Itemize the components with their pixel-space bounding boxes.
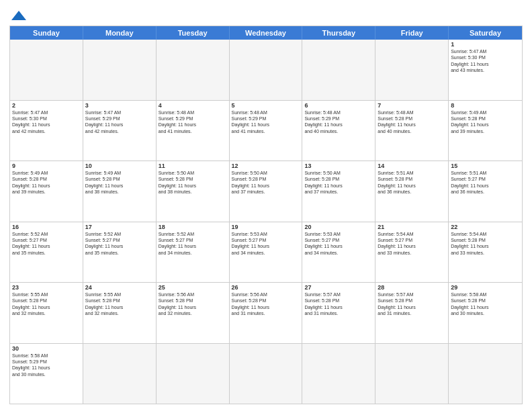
cell-content: Sunrise: 5:57 AM Sunset: 5:28 PM Dayligh… [304,291,373,317]
day-header-tuesday: Tuesday [157,26,230,40]
calendar: SundayMondayTuesdayWednesdayThursdayFrid… [9,26,523,404]
cell-content: Sunrise: 5:52 AM Sunset: 5:27 PM Dayligh… [159,231,227,257]
cell-content: Sunrise: 5:47 AM Sunset: 5:30 PM Dayligh… [451,48,520,74]
day-header-friday: Friday [375,26,449,40]
cell-content: Sunrise: 5:56 AM Sunset: 5:28 PM Dayligh… [232,291,300,317]
day-number: 20 [304,224,373,230]
day-header-saturday: Saturday [449,26,522,40]
calendar-cell [230,40,303,100]
calendar-row-1: 2Sunrise: 5:47 AM Sunset: 5:30 PM Daylig… [10,101,522,162]
cell-content: Sunrise: 5:55 AM Sunset: 5:28 PM Dayligh… [85,291,154,317]
cell-content: Sunrise: 5:52 AM Sunset: 5:27 PM Dayligh… [85,231,154,257]
cell-content: Sunrise: 5:48 AM Sunset: 5:28 PM Dayligh… [378,109,446,135]
header [9,7,523,21]
cell-content: Sunrise: 5:53 AM Sunset: 5:27 PM Dayligh… [304,231,373,257]
calendar-row-2: 9Sunrise: 5:49 AM Sunset: 5:28 PM Daylig… [10,161,522,222]
cell-content: Sunrise: 5:50 AM Sunset: 5:28 PM Dayligh… [304,170,373,195]
calendar-cell: 21Sunrise: 5:54 AM Sunset: 5:27 PM Dayli… [375,222,449,283]
calendar-cell: 19Sunrise: 5:53 AM Sunset: 5:27 PM Dayli… [230,222,303,283]
calendar-cell: 8Sunrise: 5:49 AM Sunset: 5:28 PM Daylig… [449,101,522,161]
cell-content: Sunrise: 5:55 AM Sunset: 5:28 PM Dayligh… [12,291,81,317]
calendar-cell: 26Sunrise: 5:56 AM Sunset: 5:28 PM Dayli… [230,283,303,343]
day-number: 9 [12,163,81,169]
day-number: 2 [12,102,81,109]
cell-content: Sunrise: 5:47 AM Sunset: 5:29 PM Dayligh… [85,109,154,135]
calendar-cell: 7Sunrise: 5:48 AM Sunset: 5:28 PM Daylig… [375,101,449,161]
day-number: 28 [378,284,446,291]
calendar-cell: 20Sunrise: 5:53 AM Sunset: 5:27 PM Dayli… [302,222,375,283]
calendar-row-5: 30Sunrise: 5:58 AM Sunset: 5:29 PM Dayli… [10,344,522,404]
day-header-thursday: Thursday [302,26,375,40]
calendar-cell: 2Sunrise: 5:47 AM Sunset: 5:30 PM Daylig… [10,101,83,161]
calendar-cell: 24Sunrise: 5:55 AM Sunset: 5:28 PM Dayli… [83,283,157,343]
cell-content: Sunrise: 5:57 AM Sunset: 5:28 PM Dayligh… [378,291,446,317]
calendar-cell: 3Sunrise: 5:47 AM Sunset: 5:29 PM Daylig… [83,101,157,161]
cell-content: Sunrise: 5:54 AM Sunset: 5:27 PM Dayligh… [378,231,446,257]
calendar-cell [375,40,449,100]
calendar-cell [302,344,375,404]
cell-content: Sunrise: 5:48 AM Sunset: 5:29 PM Dayligh… [232,109,300,135]
calendar-cell: 6Sunrise: 5:48 AM Sunset: 5:29 PM Daylig… [302,101,375,161]
day-number: 26 [232,284,300,291]
cell-content: Sunrise: 5:50 AM Sunset: 5:28 PM Dayligh… [232,170,300,195]
logo [9,9,26,21]
cell-content: Sunrise: 5:48 AM Sunset: 5:29 PM Dayligh… [159,109,227,135]
calendar-cell: 30Sunrise: 5:58 AM Sunset: 5:29 PM Dayli… [10,344,83,404]
day-number: 15 [451,163,520,169]
day-number: 8 [451,102,520,109]
day-number: 7 [378,102,446,109]
day-number: 17 [85,224,154,230]
calendar-cell: 13Sunrise: 5:50 AM Sunset: 5:28 PM Dayli… [302,161,375,222]
svg-marker-0 [11,11,26,20]
day-number: 10 [85,163,154,169]
day-number: 16 [12,224,81,230]
day-number: 19 [232,224,300,230]
cell-content: Sunrise: 5:58 AM Sunset: 5:28 PM Dayligh… [451,291,520,317]
day-number: 5 [232,102,300,109]
cell-content: Sunrise: 5:54 AM Sunset: 5:28 PM Dayligh… [451,231,520,257]
calendar-cell [230,344,303,404]
calendar-cell: 23Sunrise: 5:55 AM Sunset: 5:28 PM Dayli… [10,283,83,343]
calendar-cell: 22Sunrise: 5:54 AM Sunset: 5:28 PM Dayli… [449,222,522,283]
day-number: 11 [159,163,227,169]
calendar-cell: 9Sunrise: 5:49 AM Sunset: 5:28 PM Daylig… [10,161,83,222]
cell-content: Sunrise: 5:53 AM Sunset: 5:27 PM Dayligh… [232,231,300,257]
calendar-cell: 17Sunrise: 5:52 AM Sunset: 5:27 PM Dayli… [83,222,157,283]
day-number: 1 [451,41,520,48]
calendar-body: 1Sunrise: 5:47 AM Sunset: 5:30 PM Daylig… [10,40,522,404]
calendar-cell: 25Sunrise: 5:56 AM Sunset: 5:28 PM Dayli… [157,283,230,343]
calendar-cell: 16Sunrise: 5:52 AM Sunset: 5:27 PM Dayli… [10,222,83,283]
calendar-cell [10,40,83,100]
calendar-cell: 5Sunrise: 5:48 AM Sunset: 5:29 PM Daylig… [230,101,303,161]
cell-content: Sunrise: 5:51 AM Sunset: 5:28 PM Dayligh… [378,170,446,195]
calendar-cell [83,40,157,100]
cell-content: Sunrise: 5:49 AM Sunset: 5:28 PM Dayligh… [85,170,154,195]
calendar-cell [157,40,230,100]
day-number: 4 [159,102,227,109]
calendar-cell [449,344,522,404]
day-number: 23 [12,284,81,291]
day-number: 12 [232,163,300,169]
cell-content: Sunrise: 5:52 AM Sunset: 5:27 PM Dayligh… [12,231,81,257]
day-number: 27 [304,284,373,291]
calendar-cell: 28Sunrise: 5:57 AM Sunset: 5:28 PM Dayli… [375,283,449,343]
calendar-row-4: 23Sunrise: 5:55 AM Sunset: 5:28 PM Dayli… [10,283,522,344]
calendar-cell [83,344,157,404]
day-number: 6 [304,102,373,109]
day-number: 25 [159,284,227,291]
calendar-cell: 1Sunrise: 5:47 AM Sunset: 5:30 PM Daylig… [449,40,522,100]
day-number: 22 [451,224,520,230]
day-header-monday: Monday [83,26,157,40]
cell-content: Sunrise: 5:50 AM Sunset: 5:28 PM Dayligh… [159,170,227,195]
calendar-row-0: 1Sunrise: 5:47 AM Sunset: 5:30 PM Daylig… [10,40,522,101]
calendar-cell: 27Sunrise: 5:57 AM Sunset: 5:28 PM Dayli… [302,283,375,343]
cell-content: Sunrise: 5:49 AM Sunset: 5:28 PM Dayligh… [451,109,520,135]
day-number: 24 [85,284,154,291]
calendar-cell: 12Sunrise: 5:50 AM Sunset: 5:28 PM Dayli… [230,161,303,222]
day-header-sunday: Sunday [10,26,83,40]
cell-content: Sunrise: 5:58 AM Sunset: 5:29 PM Dayligh… [12,353,81,378]
day-number: 18 [159,224,227,230]
cell-content: Sunrise: 5:51 AM Sunset: 5:27 PM Dayligh… [451,170,520,195]
cell-content: Sunrise: 5:56 AM Sunset: 5:28 PM Dayligh… [159,291,227,317]
cell-content: Sunrise: 5:47 AM Sunset: 5:30 PM Dayligh… [12,109,81,135]
